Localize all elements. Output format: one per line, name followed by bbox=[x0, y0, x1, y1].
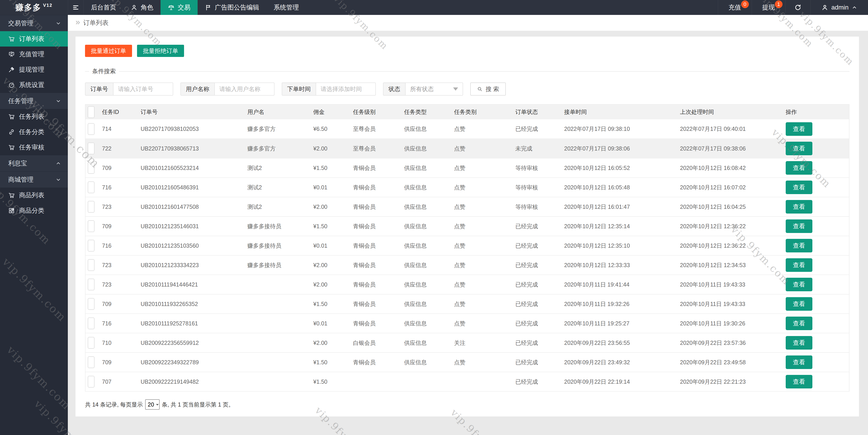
row-checkbox[interactable] bbox=[88, 298, 94, 310]
cell-level: 青铜会员 bbox=[351, 255, 402, 275]
user-menu[interactable]: admin bbox=[810, 0, 868, 15]
sidebar-item-system-settings[interactable]: 系统设置 bbox=[0, 77, 68, 93]
view-button[interactable]: 查看 bbox=[786, 239, 812, 253]
row-checkbox[interactable] bbox=[88, 259, 94, 271]
view-button[interactable]: 查看 bbox=[786, 336, 812, 349]
cell-select bbox=[85, 216, 100, 236]
status-select[interactable]: 所有状态 bbox=[406, 83, 463, 95]
row-checkbox[interactable] bbox=[88, 143, 94, 154]
sidebar-item-order-list[interactable]: 订单列表 bbox=[0, 31, 68, 46]
cell-order-no: UB2009222356559912 bbox=[138, 333, 245, 353]
row-checkbox[interactable] bbox=[88, 181, 94, 193]
sidebar-group-mall-manage[interactable]: 商城管理 bbox=[0, 171, 68, 188]
sidebar-item-task-category[interactable]: 任务分类 bbox=[0, 124, 68, 140]
view-button[interactable]: 查看 bbox=[786, 180, 812, 194]
column-header: 任务类型 bbox=[402, 104, 452, 119]
row-checkbox[interactable] bbox=[88, 279, 94, 290]
sidebar-item-withdraw-manage[interactable]: 提现管理 bbox=[0, 62, 68, 77]
topnav-item-banner-editor[interactable]: 广告图公告编辑 bbox=[197, 0, 266, 15]
sidebar-item-task-review[interactable]: 任务审核 bbox=[0, 140, 68, 155]
cell-commission: ¥1.50 bbox=[311, 353, 351, 372]
select-all-checkbox[interactable] bbox=[88, 106, 94, 118]
view-button[interactable]: 查看 bbox=[786, 220, 812, 233]
hamburger-button[interactable] bbox=[68, 0, 84, 15]
topbar-link-recharge[interactable]: 充值 0 bbox=[718, 0, 751, 15]
app-logo: 赚多多 V12 bbox=[0, 0, 68, 15]
row-checkbox[interactable] bbox=[88, 240, 94, 252]
view-button[interactable]: 查看 bbox=[786, 200, 812, 213]
cell-accept-time: 2020年10月12日 12:35:14 bbox=[562, 216, 678, 236]
sidebar-item-task-list[interactable]: 任务列表 bbox=[0, 109, 68, 124]
cell-action: 查看 bbox=[783, 158, 849, 178]
search-fieldset: 条件搜索 bbox=[85, 67, 849, 75]
topnav-item-roles[interactable]: 角色 bbox=[123, 0, 160, 15]
cell-order-no: UB2010111941446421 bbox=[138, 275, 245, 294]
search-button[interactable]: 搜 索 bbox=[470, 82, 506, 96]
column-header: 用户名 bbox=[245, 104, 311, 119]
view-button[interactable]: 查看 bbox=[786, 356, 812, 369]
refresh-button[interactable] bbox=[785, 0, 810, 15]
cell-last-time: 2020年10月11日 19:43:33 bbox=[678, 275, 783, 294]
double-chevron-icon: » bbox=[75, 18, 80, 26]
sidebar-item-recharge-manage[interactable]: 充值管理 bbox=[0, 46, 68, 62]
row-checkbox[interactable] bbox=[88, 201, 94, 213]
sidebar-group-task-manage[interactable]: 任务管理 bbox=[0, 93, 68, 109]
batch-approve-button[interactable]: 批量通过订单 bbox=[85, 45, 132, 57]
sidebar-item-label: 商品列表 bbox=[19, 191, 44, 200]
row-checkbox[interactable] bbox=[88, 376, 94, 388]
topnav-item-home[interactable]: 后台首页 bbox=[84, 0, 123, 15]
cell-accept-time: 2020年10月12日 12:35:10 bbox=[562, 236, 678, 255]
view-button[interactable]: 查看 bbox=[786, 297, 812, 311]
page-size-select[interactable]: 20 bbox=[145, 399, 160, 410]
pagination-prefix: 共 14 条记录, 每页显示 bbox=[85, 401, 143, 408]
order-time-input[interactable] bbox=[316, 83, 375, 95]
sidebar-item-goods-list[interactable]: 商品列表 bbox=[0, 188, 68, 203]
row-checkbox[interactable] bbox=[88, 123, 94, 135]
sidebar-group-trade-manage[interactable]: 交易管理 bbox=[0, 15, 68, 31]
cell-select bbox=[85, 139, 100, 158]
row-checkbox[interactable] bbox=[88, 317, 94, 329]
cell-select bbox=[85, 294, 100, 314]
cell-status: 已经完成 bbox=[513, 333, 562, 353]
cell-username: 赚多多接待员 bbox=[245, 216, 311, 236]
search-icon bbox=[477, 86, 483, 92]
order-no-input[interactable] bbox=[114, 83, 173, 95]
status-group: 状态 所有状态 bbox=[383, 82, 463, 96]
cell-type: 供应信息 bbox=[402, 216, 452, 236]
row-checkbox[interactable] bbox=[88, 162, 94, 174]
sidebar-item-label: 任务列表 bbox=[19, 112, 44, 121]
cell-task-id: 716 bbox=[100, 236, 138, 255]
batch-reject-button[interactable]: 批量拒绝订单 bbox=[137, 45, 184, 57]
column-header: 操作 bbox=[783, 104, 849, 119]
topnav-item-trade[interactable]: 交易 bbox=[160, 0, 197, 15]
topnav-item-system[interactable]: 系统管理 bbox=[266, 0, 306, 15]
view-button[interactable]: 查看 bbox=[786, 278, 812, 291]
row-checkbox[interactable] bbox=[88, 356, 94, 368]
sidebar-item-label: 商品分类 bbox=[19, 206, 44, 215]
sidebar-group-interest-treasure[interactable]: 利息宝 bbox=[0, 155, 68, 171]
view-button[interactable]: 查看 bbox=[786, 375, 812, 389]
refresh-icon bbox=[795, 4, 801, 11]
recharge-badge: 0 bbox=[741, 0, 749, 8]
chevron-up-icon bbox=[56, 161, 61, 166]
cell-last-time: 2020年10月12日 16:08:42 bbox=[678, 158, 783, 178]
username-input[interactable] bbox=[215, 83, 274, 95]
cell-type: 供应信息 bbox=[402, 236, 452, 255]
cell-category: 点赞 bbox=[452, 294, 513, 314]
cell-status: 未完成 bbox=[513, 139, 562, 158]
row-checkbox[interactable] bbox=[88, 220, 94, 232]
table-row: 722UB2207170938065713赚多多官方¥2.00至尊会员供应信息点… bbox=[85, 139, 849, 158]
cell-accept-time: 2020年10月11日 19:25:27 bbox=[562, 314, 678, 333]
cell-action: 查看 bbox=[783, 197, 849, 216]
view-button[interactable]: 查看 bbox=[786, 142, 812, 155]
table-row: 716UB2010111925278161¥0.01青铜会员供应信息点赞已经完成… bbox=[85, 314, 849, 333]
cell-order-no: UB2207170938065713 bbox=[138, 139, 245, 158]
sidebar-item-goods-category[interactable]: 商品分类 bbox=[0, 203, 68, 218]
view-button[interactable]: 查看 bbox=[786, 316, 812, 330]
topbar-link-withdraw[interactable]: 提现 1 bbox=[751, 0, 785, 15]
view-button[interactable]: 查看 bbox=[786, 161, 812, 175]
view-button[interactable]: 查看 bbox=[786, 258, 812, 272]
topnav: 后台首页角色交易广告图公告编辑系统管理 bbox=[84, 0, 306, 15]
view-button[interactable]: 查看 bbox=[786, 122, 812, 136]
row-checkbox[interactable] bbox=[88, 337, 94, 349]
